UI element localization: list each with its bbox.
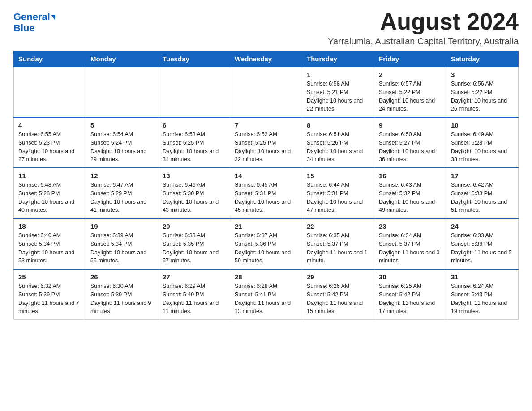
day-number: 6	[163, 121, 225, 129]
day-info: Sunrise: 6:54 AMSunset: 5:24 PMDaylight:…	[90, 130, 153, 164]
day-number: 7	[235, 121, 297, 129]
day-info: Sunrise: 6:52 AMSunset: 5:25 PMDaylight:…	[235, 130, 297, 164]
calendar-cell: 25Sunrise: 6:32 AMSunset: 5:39 PMDayligh…	[14, 269, 86, 320]
day-info: Sunrise: 6:33 AMSunset: 5:38 PMDaylight:…	[451, 231, 514, 265]
day-info: Sunrise: 6:48 AMSunset: 5:28 PMDaylight:…	[18, 181, 81, 214]
calendar-cell: 29Sunrise: 6:26 AMSunset: 5:42 PMDayligh…	[302, 269, 374, 320]
day-number: 1	[307, 71, 369, 78]
day-info: Sunrise: 6:38 AMSunset: 5:35 PMDaylight:…	[163, 231, 225, 265]
day-number: 22	[307, 223, 369, 230]
calendar-cell: 13Sunrise: 6:46 AMSunset: 5:30 PMDayligh…	[158, 168, 230, 218]
week-row-1: 1Sunrise: 6:58 AMSunset: 5:21 PMDaylight…	[14, 67, 519, 117]
day-info: Sunrise: 6:49 AMSunset: 5:28 PMDaylight:…	[451, 130, 514, 164]
calendar-cell: 28Sunrise: 6:28 AMSunset: 5:41 PMDayligh…	[230, 269, 302, 320]
week-row-4: 18Sunrise: 6:40 AMSunset: 5:34 PMDayligh…	[14, 218, 519, 269]
calendar-cell: 27Sunrise: 6:29 AMSunset: 5:40 PMDayligh…	[158, 269, 230, 320]
calendar-cell: 10Sunrise: 6:49 AMSunset: 5:28 PMDayligh…	[446, 117, 519, 168]
day-info: Sunrise: 6:47 AMSunset: 5:29 PMDaylight:…	[90, 181, 153, 214]
day-info: Sunrise: 6:39 AMSunset: 5:34 PMDaylight:…	[90, 231, 153, 265]
col-wednesday: Wednesday	[230, 51, 302, 67]
calendar-cell: 16Sunrise: 6:43 AMSunset: 5:32 PMDayligh…	[374, 168, 446, 218]
day-number: 26	[90, 273, 153, 281]
day-info: Sunrise: 6:30 AMSunset: 5:39 PMDaylight:…	[90, 282, 153, 316]
calendar-cell: 3Sunrise: 6:56 AMSunset: 5:22 PMDaylight…	[446, 67, 519, 117]
day-info: Sunrise: 6:25 AMSunset: 5:42 PMDaylight:…	[379, 282, 442, 316]
logo: General Blue	[13, 12, 55, 34]
col-monday: Monday	[86, 51, 158, 67]
calendar-cell: 22Sunrise: 6:35 AMSunset: 5:37 PMDayligh…	[302, 218, 374, 269]
calendar-cell: 21Sunrise: 6:37 AMSunset: 5:36 PMDayligh…	[230, 218, 302, 269]
calendar-cell: 30Sunrise: 6:25 AMSunset: 5:42 PMDayligh…	[374, 269, 446, 320]
calendar-cell: 6Sunrise: 6:53 AMSunset: 5:25 PMDaylight…	[158, 117, 230, 168]
calendar-cell: 19Sunrise: 6:39 AMSunset: 5:34 PMDayligh…	[86, 218, 158, 269]
day-info: Sunrise: 6:40 AMSunset: 5:34 PMDaylight:…	[18, 231, 81, 265]
calendar-cell: 11Sunrise: 6:48 AMSunset: 5:28 PMDayligh…	[14, 168, 86, 218]
day-info: Sunrise: 6:26 AMSunset: 5:42 PMDaylight:…	[307, 282, 369, 316]
day-info: Sunrise: 6:44 AMSunset: 5:31 PMDaylight:…	[307, 181, 369, 214]
day-number: 15	[307, 172, 369, 180]
title-block: August 2024 Yarralumla, Australian Capit…	[328, 9, 519, 47]
calendar-cell: 12Sunrise: 6:47 AMSunset: 5:29 PMDayligh…	[86, 168, 158, 218]
logo-blue: Blue	[13, 22, 35, 34]
week-row-2: 4Sunrise: 6:55 AMSunset: 5:23 PMDaylight…	[14, 117, 519, 168]
day-number: 9	[379, 121, 442, 129]
day-number: 16	[379, 172, 442, 180]
calendar-cell: 31Sunrise: 6:24 AMSunset: 5:43 PMDayligh…	[446, 269, 519, 320]
calendar-cell: 26Sunrise: 6:30 AMSunset: 5:39 PMDayligh…	[86, 269, 158, 320]
day-number: 21	[235, 223, 297, 230]
col-friday: Friday	[374, 51, 446, 67]
day-number: 28	[235, 273, 297, 281]
calendar-cell: 4Sunrise: 6:55 AMSunset: 5:23 PMDaylight…	[14, 117, 86, 168]
day-number: 24	[451, 223, 514, 230]
day-number: 3	[451, 71, 514, 78]
day-number: 12	[90, 172, 153, 180]
calendar-cell: 9Sunrise: 6:50 AMSunset: 5:27 PMDaylight…	[374, 117, 446, 168]
calendar-cell	[86, 67, 158, 117]
day-number: 14	[235, 172, 297, 180]
day-number: 31	[451, 273, 514, 281]
col-sunday: Sunday	[14, 51, 86, 67]
day-number: 10	[451, 121, 514, 129]
day-number: 27	[163, 273, 225, 281]
day-number: 20	[163, 223, 225, 230]
col-saturday: Saturday	[446, 51, 519, 67]
day-info: Sunrise: 6:55 AMSunset: 5:23 PMDaylight:…	[18, 130, 81, 164]
calendar-header-row: Sunday Monday Tuesday Wednesday Thursday…	[14, 51, 519, 67]
day-number: 18	[18, 223, 81, 230]
logo-text: General	[13, 12, 55, 22]
calendar-cell: 23Sunrise: 6:34 AMSunset: 5:37 PMDayligh…	[374, 218, 446, 269]
month-title: August 2024	[328, 9, 519, 34]
day-number: 25	[18, 273, 81, 281]
calendar-cell: 7Sunrise: 6:52 AMSunset: 5:25 PMDaylight…	[230, 117, 302, 168]
day-info: Sunrise: 6:58 AMSunset: 5:21 PMDaylight:…	[307, 80, 369, 113]
day-info: Sunrise: 6:29 AMSunset: 5:40 PMDaylight:…	[163, 282, 225, 316]
day-number: 5	[90, 121, 153, 129]
col-thursday: Thursday	[302, 51, 374, 67]
day-number: 8	[307, 121, 369, 129]
day-info: Sunrise: 6:37 AMSunset: 5:36 PMDaylight:…	[235, 231, 297, 265]
day-info: Sunrise: 6:51 AMSunset: 5:26 PMDaylight:…	[307, 130, 369, 164]
day-info: Sunrise: 6:57 AMSunset: 5:22 PMDaylight:…	[379, 80, 442, 113]
calendar-cell: 18Sunrise: 6:40 AMSunset: 5:34 PMDayligh…	[14, 218, 86, 269]
day-info: Sunrise: 6:42 AMSunset: 5:33 PMDaylight:…	[451, 181, 514, 214]
day-info: Sunrise: 6:43 AMSunset: 5:32 PMDaylight:…	[379, 181, 442, 214]
day-number: 11	[18, 172, 81, 180]
calendar-cell: 24Sunrise: 6:33 AMSunset: 5:38 PMDayligh…	[446, 218, 519, 269]
calendar-cell: 14Sunrise: 6:45 AMSunset: 5:31 PMDayligh…	[230, 168, 302, 218]
day-info: Sunrise: 6:35 AMSunset: 5:37 PMDaylight:…	[307, 231, 369, 265]
day-info: Sunrise: 6:53 AMSunset: 5:25 PMDaylight:…	[163, 130, 225, 164]
day-number: 17	[451, 172, 514, 180]
day-info: Sunrise: 6:28 AMSunset: 5:41 PMDaylight:…	[235, 282, 297, 316]
calendar-cell: 8Sunrise: 6:51 AMSunset: 5:26 PMDaylight…	[302, 117, 374, 168]
calendar-cell: 17Sunrise: 6:42 AMSunset: 5:33 PMDayligh…	[446, 168, 519, 218]
calendar-cell: 15Sunrise: 6:44 AMSunset: 5:31 PMDayligh…	[302, 168, 374, 218]
calendar-cell	[230, 67, 302, 117]
day-info: Sunrise: 6:24 AMSunset: 5:43 PMDaylight:…	[451, 282, 514, 316]
logo-triangle-icon	[51, 15, 55, 20]
week-row-5: 25Sunrise: 6:32 AMSunset: 5:39 PMDayligh…	[14, 269, 519, 320]
day-number: 4	[18, 121, 81, 129]
calendar-cell	[158, 67, 230, 117]
calendar-cell	[14, 67, 86, 117]
week-row-3: 11Sunrise: 6:48 AMSunset: 5:28 PMDayligh…	[14, 168, 519, 218]
day-number: 23	[379, 223, 442, 230]
